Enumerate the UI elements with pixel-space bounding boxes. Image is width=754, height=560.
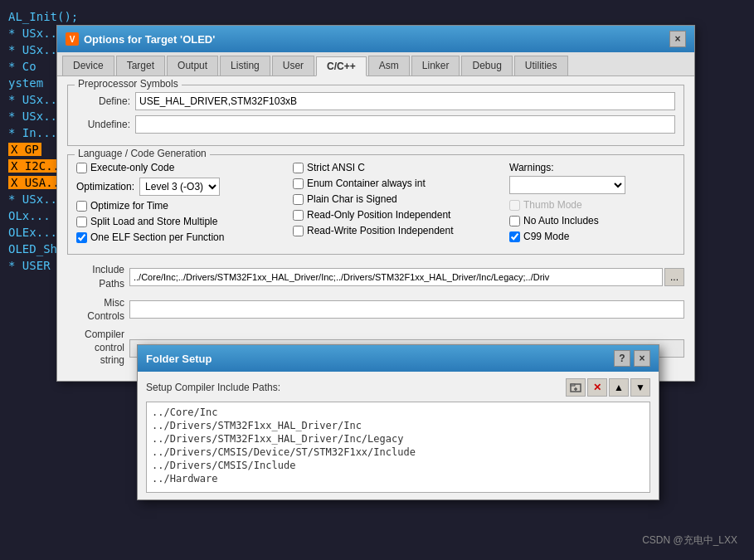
optimize-time-label: Optimize for Time [90,200,168,212]
c99-row: C99 Mode [509,231,675,242]
strict-ansi-checkbox[interactable] [293,163,304,173]
undefine-row: Undefine: [76,115,675,134]
no-auto-row: No Auto Includes [509,215,675,226]
tab-debug[interactable]: Debug [461,56,512,75]
dialog-titlebar: V Options for Target 'OLED' × [57,26,694,52]
optimization-select[interactable]: Level 3 (-O3) Level 0 (-O0) Level 1 (-O1… [139,178,220,196]
enum-container-row: Enum Container always int [293,178,499,189]
tab-output[interactable]: Output [167,56,218,75]
folder-path-list[interactable]: ../Core/Inc ../Drivers/STM32F1xx_HAL_Dri… [146,402,650,493]
dialog-title: Options for Target 'OLED' [84,33,215,46]
one-elf-label: One ELF Section per Function [90,231,224,243]
move-up-btn[interactable]: ▲ [609,378,629,397]
folder-toolbar: ✕ ▲ ▼ [566,378,650,397]
enum-container-checkbox[interactable] [293,178,304,189]
optimize-time-row: Optimize for Time [76,200,283,212]
dialog-content: Preprocessor Symbols Define: Undefine: L… [57,76,694,381]
plain-char-checkbox[interactable] [293,194,304,205]
read-only-checkbox[interactable] [293,210,304,221]
tab-utilities[interactable]: Utilities [514,56,568,75]
define-input[interactable] [135,92,675,110]
thumb-mode-label: Thumb Mode [523,199,582,211]
folder-dialog-title: Folder Setup [146,353,212,365]
delete-btn[interactable]: ✕ [587,378,607,397]
folder-icon [570,382,581,393]
optimize-time-checkbox[interactable] [76,201,87,212]
execute-only-checkbox[interactable] [76,163,87,173]
language-group-label: Language / Code Generation [75,148,210,159]
new-folder-btn[interactable] [566,378,586,397]
tab-target[interactable]: Target [116,56,165,75]
watermark: CSDN @充电中_LXX [642,533,737,548]
list-item[interactable]: ../Drivers/CMSIS/Device/ST/STM32F1xx/Inc… [150,446,646,459]
read-write-checkbox[interactable] [293,226,304,236]
strict-ansi-label: Strict ANSI C [307,162,365,173]
preprocessor-group-label: Preprocessor Symbols [75,78,182,90]
include-paths-label: IncludePaths [67,263,129,291]
preprocessor-group: Preprocessor Symbols Define: Undefine: [67,85,684,146]
title-left: V Options for Target 'OLED' [66,32,215,46]
warnings-select[interactable] [509,176,625,194]
include-paths-browse-button[interactable]: ... [664,268,684,286]
thumb-mode-row: Thumb Mode [509,199,675,211]
bg-line: AL_Init(); [0,8,754,25]
define-row: Define: [76,92,675,110]
execute-only-label: Execute-only Code [90,162,174,173]
plain-char-label: Plain Char is Signed [307,193,397,205]
c99-checkbox[interactable] [509,231,520,242]
folder-content: Setup Compiler Include Paths: ✕ ▲ ▼ ../C… [138,372,659,499]
misc-controls-label: MiscControls [67,296,129,324]
list-item[interactable]: ../Drivers/CMSIS/Include [150,459,646,472]
undefine-input[interactable] [135,115,675,134]
c99-label: C99 Mode [523,231,569,242]
tab-device[interactable]: Device [62,56,114,75]
undefine-label: Undefine: [76,119,130,130]
move-down-btn[interactable]: ▼ [630,378,650,397]
tab-cpp[interactable]: C/C++ [316,56,367,76]
misc-controls-input[interactable] [129,300,684,319]
split-load-label: Split Load and Store Multiple [90,216,217,227]
tab-user[interactable]: User [272,56,314,75]
svg-rect-1 [571,384,575,386]
misc-controls-row: MiscControls [67,296,684,324]
define-label: Define: [76,95,130,107]
folder-titlebar: Folder Setup ? × [138,345,659,372]
folder-header-label: Setup Compiler Include Paths: [146,382,280,393]
list-item[interactable]: ../Hardware [150,472,646,485]
plain-char-row: Plain Char is Signed [293,193,499,205]
list-item[interactable]: ../Drivers/STM32F1xx_HAL_Driver/Inc [150,419,646,432]
warnings-label: Warnings: [509,162,675,173]
language-col2: Strict ANSI C Enum Container always int … [293,162,499,247]
read-write-row: Read-Write Position Independent [293,225,499,236]
one-elf-row: One ELF Section per Function [76,231,283,243]
dialog-icon: V [66,32,79,46]
tab-listing[interactable]: Listing [220,56,270,75]
list-item[interactable]: ../Core/Inc [150,406,646,419]
compiler-control-label: Compilercontrolstring [67,329,129,368]
execute-only-row: Execute-only Code [76,162,283,173]
tab-asm[interactable]: Asm [368,56,410,75]
language-group: Language / Code Generation Execute-only … [67,154,684,255]
read-only-row: Read-Only Position Independent [293,209,499,221]
include-paths-row: IncludePaths ... [67,263,684,291]
one-elf-checkbox[interactable] [76,232,87,243]
include-paths-input[interactable] [129,268,663,286]
strict-ansi-row: Strict ANSI C [293,162,499,173]
enum-container-label: Enum Container always int [307,178,426,189]
dialog-close-button[interactable]: × [669,31,686,47]
tab-linker[interactable]: Linker [411,56,460,75]
no-auto-checkbox[interactable] [509,216,520,226]
folder-dialog: Folder Setup ? × Setup Compiler Include … [137,344,659,500]
tabs-bar: Device Target Output Listing User C/C++ … [57,52,694,76]
split-load-checkbox[interactable] [76,217,87,227]
main-dialog: V Options for Target 'OLED' × Device Tar… [56,25,695,382]
language-col3: Warnings: Thumb Mode No Auto Includes [509,162,675,247]
list-item[interactable]: ../Drivers/STM32F1xx_HAL_Driver/Inc/Lega… [150,432,646,446]
folder-close-button[interactable]: × [634,350,650,367]
split-load-row: Split Load and Store Multiple [76,216,283,227]
language-section: Execute-only Code Optimization: Level 3 … [76,162,675,247]
read-write-label: Read-Write Position Independent [307,225,454,236]
optimization-label: Optimization: [76,181,134,192]
optimization-row: Optimization: Level 3 (-O3) Level 0 (-O0… [76,178,283,196]
folder-help-button[interactable]: ? [614,350,630,367]
